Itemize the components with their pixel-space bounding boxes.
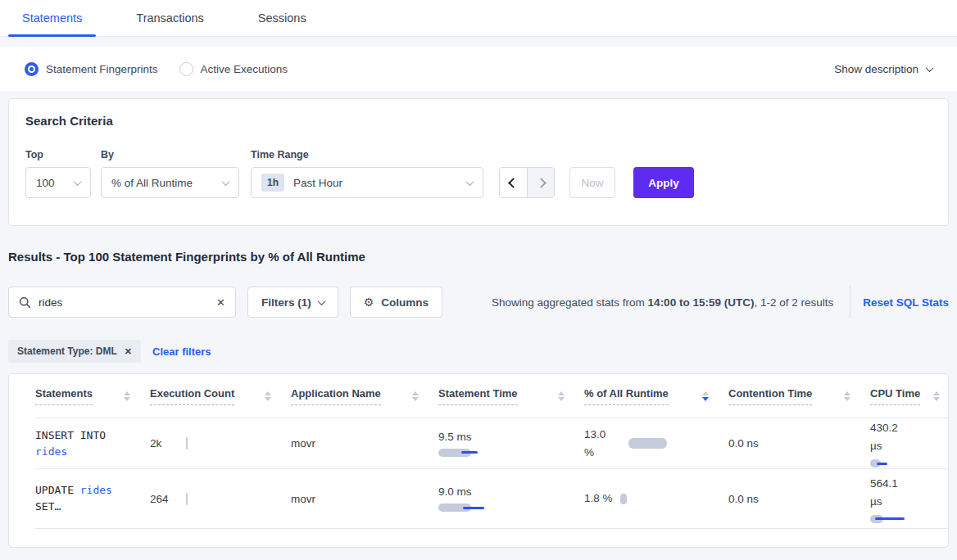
application-name-cell: movr [291,493,438,505]
execution-count-bar [186,493,188,505]
application-name-cell: movr [291,437,438,449]
tab-statements[interactable]: Statements [22,0,82,36]
time-next-button-disabled[interactable] [527,168,554,197]
execution-count-cell: 264 [150,493,291,505]
filters-button[interactable]: Filters (1) [247,287,338,318]
sort-icon-active-desc[interactable] [702,391,709,401]
results-toolbar: ✕ Filters (1) ⚙ Columns Showing aggregat… [8,286,949,318]
by-select[interactable]: % of All Runtime [101,167,239,198]
aggregated-stats-text: Showing aggregated stats from 14:00 to 1… [492,296,833,309]
chevron-right-icon [536,178,547,188]
radio-label: Statement Fingerprints [46,63,158,75]
top-select-value: 100 [36,177,55,189]
gear-icon: ⚙ [364,296,374,309]
chevron-down-icon [74,178,82,186]
by-label: By [101,149,239,160]
top-field: Top 100 [25,149,91,198]
columns-button[interactable]: ⚙ Columns [350,287,442,318]
show-description-label: Show description [834,63,918,75]
time-range-badge: 1h [261,174,284,192]
cpu-time-bar [870,459,928,467]
runtime-pct-cell: 1.8 % [584,490,728,508]
table-link-rides[interactable]: rides [35,445,67,458]
sort-icon[interactable] [558,391,565,401]
filter-pills-row: Statement Type: DML ✕ Clear filters [8,340,949,363]
contention-time-cell: 0.0 ns [728,493,870,505]
reset-sql-stats-link[interactable]: Reset SQL Stats [863,296,949,309]
chevron-left-icon [508,178,519,188]
tab-sessions[interactable]: Sessions [258,0,306,36]
runtime-pct-cell: 13.0 % [584,426,728,462]
statement-fingerprint-link[interactable]: UPDATE rides SET… [35,482,150,515]
sort-icon[interactable] [265,391,271,401]
sort-icon[interactable] [124,391,130,401]
col-header-cpu-time[interactable]: CPU Time [870,387,948,405]
sort-icon[interactable] [412,391,419,401]
radio-label: Active Executions [201,63,288,75]
search-box: ✕ [8,287,236,318]
time-range-value: Past Hour [293,177,342,189]
search-input[interactable] [39,296,216,309]
runtime-pct-bar [620,494,627,504]
radio-active-executions[interactable]: Active Executions [179,62,288,76]
sort-icon[interactable] [933,391,940,401]
tab-transactions[interactable]: Transactions [136,0,203,36]
columns-label: Columns [381,296,429,309]
radio-statement-fingerprints[interactable]: Statement Fingerprints [25,62,158,76]
radio-selected-icon [25,62,39,76]
filter-pill-statement-type: Statement Type: DML ✕ [8,340,141,363]
time-prev-button[interactable] [500,168,527,197]
table-row: UPDATE rides SET… 264 movr 9.0 ms 1.8 % … [35,469,948,529]
search-criteria-title: Search Criteria [25,114,932,128]
sort-icon[interactable] [844,391,850,401]
by-field: By % of All Runtime [101,149,239,198]
radio-unselected-icon [179,62,193,76]
show-description-toggle[interactable]: Show description [834,63,932,75]
statements-table: Statements Execution Count Application N… [8,373,949,548]
view-radio-group: Statement Fingerprints Active Executions [25,62,288,76]
search-criteria-panel: Search Criteria Top 100 By % of All Runt… [8,98,949,226]
runtime-pct-bar [628,438,667,449]
time-range-label: Time Range [251,149,483,160]
table-row: INSERT INTO rides 2k movr 9.5 ms 13.0 % … [35,418,948,469]
col-header-statements[interactable]: Statements [35,387,150,405]
statement-time-bar [438,449,496,457]
divider [850,286,850,318]
clear-filters-link[interactable]: Clear filters [152,345,211,358]
apply-button[interactable]: Apply [633,167,694,198]
col-header-contention-time[interactable]: Contention Time [728,387,870,405]
by-select-value: % of All Runtime [111,177,193,189]
execution-count-bar [186,437,188,449]
col-header-runtime-pct[interactable]: % of All Runtime [584,387,728,405]
statement-time-bar [438,504,496,512]
time-range-select[interactable]: 1h Past Hour [251,167,483,198]
col-header-application-name[interactable]: Application Name [291,387,438,405]
remove-filter-icon[interactable]: ✕ [125,346,132,357]
time-nav-group [499,167,555,198]
col-header-execution-count[interactable]: Execution Count [150,387,291,405]
cpu-time-bar [870,515,928,523]
view-mode-bar: Statement Fingerprints Active Executions… [0,47,957,91]
results-heading: Results - Top 100 Statement Fingerprints… [8,250,949,264]
top-select[interactable]: 100 [25,167,91,198]
table-header-row: Statements Execution Count Application N… [35,374,948,418]
statement-time-cell: 9.5 ms [438,431,584,457]
chevron-down-icon [222,178,230,186]
filter-pill-label: Statement Type: DML [17,345,117,357]
cpu-time-cell: 430.2 µs [870,419,948,467]
now-button[interactable]: Now [569,167,615,198]
chevron-down-icon [317,297,325,305]
time-range-field: Time Range 1h Past Hour [251,149,483,198]
top-label: Top [25,149,91,160]
cpu-time-cell: 564.1 µs [870,475,948,523]
clear-search-icon[interactable]: ✕ [216,296,225,309]
search-icon [19,296,31,309]
filters-label: Filters (1) [261,296,311,309]
sql-activity-tab-bar: Statements Transactions Sessions [0,0,957,37]
table-link-rides[interactable]: rides [80,484,112,496]
execution-count-cell: 2k [150,437,291,449]
col-header-statement-time[interactable]: Statement Time [438,387,584,405]
statement-fingerprint-link[interactable]: INSERT INTO rides [35,427,150,460]
contention-time-cell: 0.0 ns [728,437,870,449]
chevron-down-icon [926,64,934,72]
